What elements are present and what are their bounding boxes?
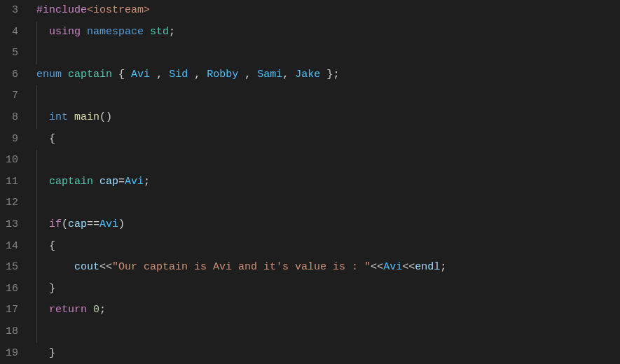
- code-token: [200, 69, 207, 80]
- code-token: [36, 176, 49, 188]
- code-token: [87, 304, 93, 316]
- code-token: #include: [36, 4, 87, 16]
- code-token: }: [49, 283, 55, 295]
- code-line[interactable]: int main(): [31, 107, 620, 129]
- code-line[interactable]: {: [31, 129, 620, 150]
- line-number: 4: [0, 22, 18, 43]
- line-number: 5: [0, 43, 18, 64]
- code-line[interactable]: [31, 321, 620, 343]
- code-token: [36, 283, 49, 295]
- code-line[interactable]: if(cap==Avi): [31, 214, 620, 236]
- code-token: [125, 69, 131, 80]
- code-token: Sami: [257, 69, 282, 80]
- code-token: if: [49, 218, 62, 230]
- code-token: ,: [244, 69, 251, 80]
- line-number: 14: [0, 236, 18, 258]
- code-token: cout: [74, 261, 99, 273]
- code-token: ;: [440, 261, 446, 273]
- indent-guide: [36, 279, 37, 300]
- code-line[interactable]: using namespace std;: [31, 22, 620, 43]
- code-token: main: [74, 111, 99, 123]
- indent-guide: [36, 22, 37, 43]
- indent-guide: [36, 214, 37, 236]
- code-token: [36, 111, 49, 123]
- code-token: enum: [36, 69, 62, 80]
- code-line[interactable]: }: [31, 343, 620, 365]
- code-token: (): [99, 111, 112, 123]
- line-number: 17: [0, 300, 18, 321]
- code-token: endl: [415, 261, 440, 273]
- code-token: "Our captain is Avi and it's value is : …: [112, 261, 371, 273]
- code-token: [36, 261, 74, 273]
- code-token: {: [49, 133, 55, 145]
- code-token: [36, 26, 49, 38]
- code-token: [62, 69, 68, 80]
- indent-guide: [36, 43, 37, 64]
- code-token: [112, 69, 118, 80]
- code-token: return: [49, 304, 87, 316]
- code-token: <<: [402, 261, 415, 273]
- code-editor[interactable]: 345678910111213141516171819 #include<ios…: [0, 0, 620, 364]
- code-token: {: [49, 240, 55, 252]
- line-number: 6: [0, 64, 18, 86]
- code-token: [289, 69, 295, 80]
- line-number: 12: [0, 192, 18, 214]
- code-token: Avi: [383, 261, 402, 273]
- code-token: [36, 133, 49, 145]
- line-number: 8: [0, 107, 18, 129]
- code-line[interactable]: captain cap=Avi;: [31, 172, 620, 193]
- code-token: captain: [49, 176, 93, 188]
- indent-guide: [36, 321, 37, 343]
- code-token: namespace: [87, 26, 144, 38]
- line-number: 19: [0, 343, 18, 365]
- code-token: {: [118, 69, 125, 80]
- code-token: ,: [282, 69, 289, 80]
- code-line[interactable]: return 0;: [31, 300, 620, 321]
- indent-guide: [36, 192, 37, 214]
- code-token: 0: [93, 304, 99, 316]
- line-number: 16: [0, 279, 18, 300]
- code-line[interactable]: [31, 192, 620, 214]
- code-token: ;: [99, 304, 106, 316]
- code-token: Jake: [295, 69, 320, 80]
- indent-guide: [36, 236, 37, 258]
- code-token: Avi: [125, 176, 144, 188]
- code-line[interactable]: [31, 150, 620, 172]
- line-number: 11: [0, 172, 18, 193]
- indent-guide: [36, 150, 37, 172]
- code-token: captain: [68, 69, 112, 80]
- code-token: std: [150, 26, 169, 38]
- code-token: [144, 26, 150, 38]
- code-token: [36, 240, 49, 252]
- code-token: [320, 69, 326, 80]
- indent-guide: [36, 257, 37, 279]
- code-token: using: [49, 26, 81, 38]
- code-token: [93, 176, 99, 188]
- indent-guide: [36, 85, 37, 107]
- line-number: 7: [0, 85, 18, 107]
- line-number: 13: [0, 214, 18, 236]
- code-token: ;: [144, 176, 150, 188]
- code-line[interactable]: [31, 85, 620, 107]
- code-token: Avi: [131, 69, 150, 80]
- code-token: [251, 69, 257, 80]
- code-line[interactable]: #include<iostream>: [31, 0, 620, 22]
- code-token: [188, 69, 194, 80]
- line-number: 18: [0, 321, 18, 343]
- code-token: Avi: [99, 218, 118, 230]
- code-area[interactable]: #include<iostream> using namespace std;e…: [31, 0, 620, 364]
- code-line[interactable]: enum captain { Avi , Sid , Robby , Sami,…: [31, 64, 620, 86]
- code-token: ,: [194, 69, 200, 80]
- code-line[interactable]: }: [31, 279, 620, 300]
- code-token: [238, 69, 244, 80]
- code-token: ;: [169, 26, 175, 38]
- line-number: 3: [0, 0, 18, 22]
- code-line[interactable]: {: [31, 236, 620, 258]
- code-token: [36, 218, 49, 230]
- code-token: [150, 69, 156, 80]
- code-line[interactable]: cout<<"Our captain is Avi and it's value…: [31, 257, 620, 279]
- code-line[interactable]: [31, 43, 620, 64]
- line-number: 9: [0, 129, 18, 150]
- code-token: ==: [87, 218, 99, 230]
- indent-guide: [36, 300, 37, 321]
